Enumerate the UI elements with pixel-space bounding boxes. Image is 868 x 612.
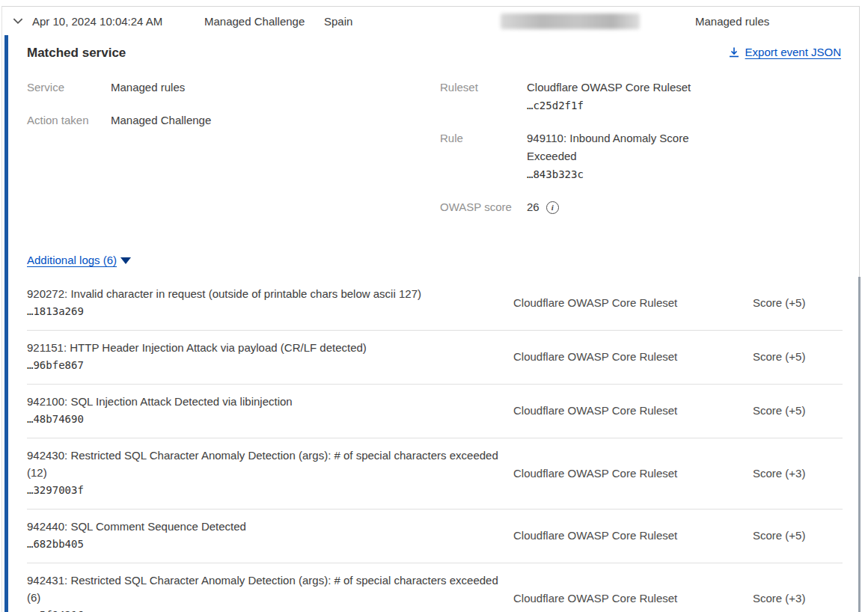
service-field: Service Managed rules	[27, 79, 440, 97]
log-rule-title: 920272: Invalid character in request (ou…	[27, 287, 421, 300]
log-ruleset: Cloudflare OWASP Core Ruleset	[513, 296, 753, 309]
log-rule-hash: …96bfe867	[27, 357, 513, 374]
additional-logs-label: Additional logs (6)	[27, 254, 117, 266]
event-action: Managed Challenge	[204, 15, 305, 28]
service-value: Managed rules	[111, 79, 185, 97]
log-rule-title: 942100: SQL Injection Attack Detected vi…	[27, 395, 293, 408]
log-ruleset: Cloudflare OWASP Core Ruleset	[513, 529, 753, 542]
log-ruleset: Cloudflare OWASP Core Ruleset	[513, 404, 753, 417]
additional-logs-toggle[interactable]: Additional logs (6)	[27, 254, 131, 266]
event-detail-panel: Matched service Export event JSON Servic…	[2, 35, 859, 612]
rule-field: Rule 949110: Inbound Anomaly Score Excee…	[440, 129, 843, 183]
log-rule-hash: …48b74690	[27, 411, 513, 428]
panel-title: Matched service	[27, 46, 126, 61]
log-row: 920272: Invalid character in request (ou…	[27, 277, 843, 331]
log-row: 942100: SQL Injection Attack Detected vi…	[27, 385, 843, 438]
action-taken-field: Action taken Managed Challenge	[27, 111, 440, 129]
event-timestamp: Apr 10, 2024 10:04:24 AM	[32, 15, 162, 28]
log-score: Score (+5)	[753, 404, 843, 417]
log-rule-hash: …e5f94216	[27, 607, 513, 612]
redacted-host-value	[501, 13, 640, 29]
owasp-score-field: OWASP score 26 i	[440, 198, 843, 216]
export-event-json-link[interactable]: Export event JSON	[728, 46, 841, 58]
event-service: Managed rules	[695, 15, 769, 28]
log-rule-hash: …3297003f	[27, 482, 513, 499]
log-rule-hash: …1813a269	[27, 303, 513, 320]
chevron-down-icon[interactable]	[11, 14, 25, 28]
log-ruleset: Cloudflare OWASP Core Ruleset	[513, 592, 753, 605]
log-rule-hash: …682bb405	[27, 536, 513, 553]
rule-id-hash: …843b323c	[527, 168, 584, 180]
log-ruleset: Cloudflare OWASP Core Ruleset	[513, 467, 753, 480]
event-country: Spain	[324, 15, 352, 28]
action-taken-label: Action taken	[27, 111, 111, 129]
info-icon[interactable]: i	[546, 201, 559, 214]
event-summary-row[interactable]: Apr 10, 2024 10:04:24 AM Managed Challen…	[2, 7, 859, 35]
log-score: Score (+3)	[753, 467, 843, 480]
log-rule-title: 942440: SQL Comment Sequence Detected	[27, 520, 246, 533]
event-detail-container: Apr 10, 2024 10:04:24 AM Managed Challen…	[1, 6, 860, 612]
action-taken-value: Managed Challenge	[111, 111, 211, 129]
log-score: Score (+3)	[753, 592, 843, 605]
log-row: 921151: HTTP Header Injection Attack via…	[27, 331, 843, 385]
log-rule-title: 921151: HTTP Header Injection Attack via…	[27, 341, 367, 354]
log-rule-title: 942430: Restricted SQL Character Anomaly…	[27, 449, 498, 479]
log-ruleset: Cloudflare OWASP Core Ruleset	[513, 350, 753, 363]
owasp-score-value: 26	[527, 198, 540, 216]
ruleset-value: Cloudflare OWASP Core Ruleset	[527, 81, 691, 94]
matched-service-details: Service Managed rules Action taken Manag…	[27, 79, 843, 231]
additional-logs-table: 920272: Invalid character in request (ou…	[27, 277, 843, 612]
log-score: Score (+5)	[753, 529, 843, 542]
log-score: Score (+5)	[753, 350, 843, 363]
log-score: Score (+5)	[753, 296, 843, 309]
rule-label: Rule	[440, 129, 527, 183]
log-rule-title: 942431: Restricted SQL Character Anomaly…	[27, 574, 498, 604]
log-row: 942431: Restricted SQL Character Anomaly…	[27, 563, 843, 612]
caret-down-icon	[120, 257, 131, 264]
rule-value: 949110: Inbound Anomaly Score Exceeded	[527, 132, 689, 162]
owasp-score-label: OWASP score	[440, 198, 527, 216]
log-row: 942440: SQL Comment Sequence Detected …6…	[27, 510, 843, 563]
ruleset-id-hash: …c25d2f1f	[527, 100, 584, 111]
selected-row-accent-bar	[4, 35, 8, 612]
service-label: Service	[27, 79, 111, 97]
log-row: 942430: Restricted SQL Character Anomaly…	[27, 438, 843, 510]
ruleset-field: Ruleset Cloudflare OWASP Core Ruleset …c…	[440, 79, 843, 114]
vertical-scrollbar-thumb[interactable]	[858, 277, 861, 612]
download-icon	[728, 46, 740, 58]
export-link-label: Export event JSON	[745, 46, 841, 58]
ruleset-label: Ruleset	[440, 79, 527, 114]
